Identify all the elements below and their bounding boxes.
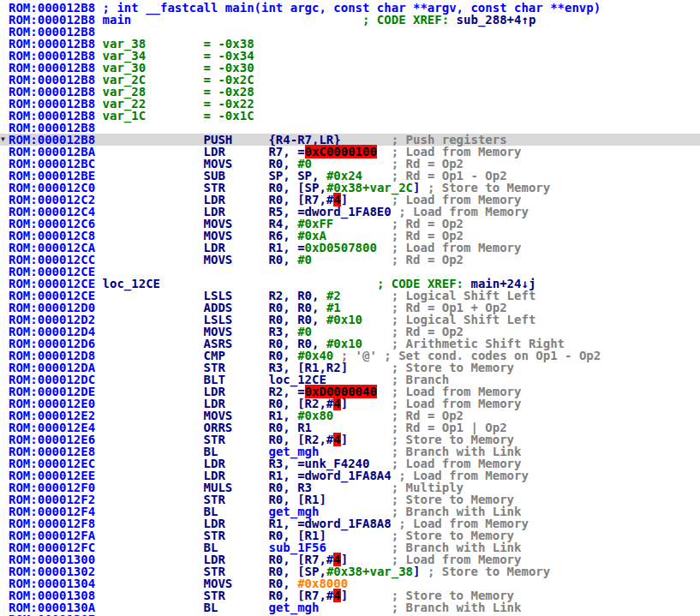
asm-token xyxy=(103,613,204,616)
asm-line[interactable]: ROM:000012DE LDR R2, =0xD0000040 ; Load … xyxy=(9,386,700,398)
asm-line[interactable]: ROM:000012B8 xyxy=(9,26,700,38)
asm-line[interactable]: ROM:000012D0 ADDS R0, R0, #1 ; Rd = Op1 … xyxy=(9,302,700,314)
asm-token: ; Branch with Link xyxy=(319,601,521,614)
asm-token: main xyxy=(103,13,132,27)
asm-line[interactable]: ROM:00001304 MOVS R0, #0x8000 xyxy=(9,577,700,589)
asm-line[interactable]: ROM:000012B8 xyxy=(9,122,700,134)
asm-line[interactable]: ROM:000012FC BL sub_1F56 ; Branch with L… xyxy=(9,541,700,553)
asm-line[interactable]: ROM:00001300 LDR R0, [R7,#4] ; Load from… xyxy=(9,553,700,565)
asm-line[interactable]: ROM:000012D2 LSLS R0, R0, #0x10 ; Logica… xyxy=(9,314,700,326)
asm-token: ROM:0000130E xyxy=(9,613,103,616)
asm-line[interactable]: ROM:000012EE LDR R1, =dword_1FA8A4 ; Loa… xyxy=(9,469,700,481)
asm-line-selected[interactable]: ▼ROM:000012B8 PUSH {R4-R7,LR} ; Push reg… xyxy=(0,134,700,146)
asm-token: ; CODE XREF: xyxy=(131,13,456,27)
asm-line[interactable]: ROM:000012BA LDR R7, =0xC0000100 ; Load … xyxy=(9,146,700,158)
asm-line[interactable]: ROM:000012CE LSLS R2, R0, #2 ; Logical S… xyxy=(9,290,700,302)
asm-line[interactable]: ROM:000012B8 var_34 = -0x34 xyxy=(9,50,700,62)
asm-token: var_1C = -0x1C xyxy=(103,109,254,123)
asm-line[interactable]: ROM:000012B8 ; int __fastcall main(int a… xyxy=(9,2,700,14)
asm-line[interactable]: ROM:000012B8 main ; CODE XREF: sub_288+4… xyxy=(9,14,700,26)
asm-line[interactable]: ROM:000012F2 STR R0, [R1] ; Store to Mem… xyxy=(9,493,700,505)
asm-line[interactable]: ROM:000012D4 MOVS R3, #0 ; Rd = Op2 xyxy=(9,326,700,338)
asm-line[interactable]: ROM:000012C6 MOVS R4, #0xFF ; Rd = Op2 xyxy=(9,218,700,230)
asm-line[interactable]: ROM:00001302 STR R0, [SP,#0x38+var_38] ;… xyxy=(9,565,700,577)
asm-line[interactable]: ROM:000012E6 STR R0, [R2,#4] ; Store to … xyxy=(9,434,700,446)
asm-line[interactable]: ROM:000012CA LDR R1, =0xD0507800 ; Load … xyxy=(9,242,700,254)
asm-token: ; Rd = Op2 xyxy=(312,253,464,266)
asm-token: sub_288+4↑p xyxy=(457,13,536,27)
asm-line[interactable]: ROM:00001308 STR R0, [R7,#4] ; Store to … xyxy=(9,589,700,601)
asm-line[interactable]: ROM:000012CC MOVS R0, #0 ; Rd = Op2 xyxy=(9,254,700,266)
asm-line[interactable]: ROM:000012BC MOVS R0, #0 ; Rd = Op2 xyxy=(9,158,700,170)
collapse-arrow-icon[interactable]: ▼ xyxy=(1,134,5,146)
asm-line[interactable]: ROM:000012B8 var_28 = -0x28 xyxy=(9,86,700,98)
asm-token: ; Store to Memory xyxy=(420,565,550,578)
asm-line[interactable]: ROM:000012C8 MOVS R6, #0xA ; Rd = Op2 xyxy=(9,230,700,242)
asm-line[interactable]: ROM:000012E4 ORRS R0, R1 ; Rd = Op1 | Op… xyxy=(9,422,700,434)
disassembly-listing[interactable]: ROM:000012B8 ; int __fastcall main(int a… xyxy=(0,0,700,616)
asm-line[interactable]: ROM:000012B8 var_22 = -0x22 xyxy=(9,98,700,110)
asm-line[interactable]: ROM:000012F0 MULS R0, R3 ; Multiply xyxy=(9,481,700,493)
asm-line[interactable]: ROM:000012B8 var_1C = -0x1C xyxy=(9,110,700,122)
asm-line[interactable]: ROM:000012F4 BL get_mgh ; Branch with Li… xyxy=(9,505,700,517)
asm-line[interactable]: ROM:000012BE SUB SP, SP, #0x24 ; Rd = Op… xyxy=(9,170,700,182)
asm-line[interactable]: ROM:000012EC LDR R3, =unk_F4240 ; Load f… xyxy=(9,458,700,469)
asm-line[interactable]: ROM:000012E0 LDR R0, [R2,#4] ; Load from… xyxy=(9,398,700,410)
asm-line[interactable]: ROM:000012DC BLT loc_12CE ; Branch xyxy=(9,374,700,386)
asm-line[interactable]: ROM:000012B8 var_30 = -0x30 xyxy=(9,62,700,74)
asm-line[interactable]: ROM:000012B8 var_38 = -0x38 xyxy=(9,38,700,50)
asm-line[interactable]: ROM:000012E2 MOVS R1, #0x80 ; Rd = Op2 xyxy=(9,410,700,422)
asm-line[interactable]: ROM:000012FA STR R0, [R1] ; Store to Mem… xyxy=(9,529,700,541)
asm-token: MOVS R0, xyxy=(103,253,298,266)
asm-line[interactable]: ROM:000012B8 var_2C = -0x2C xyxy=(9,74,700,86)
asm-line[interactable]: ROM:0000130A BL get_mgh ; Branch with Li… xyxy=(9,601,700,613)
asm-line[interactable]: ROM:000012DA STR R3, [R1,R2] ; Store to … xyxy=(9,362,700,374)
asm-line[interactable]: ROM:000012C0 STR R0, [SP,#0x38+var_2C] ;… xyxy=(9,182,700,194)
asm-line[interactable]: ROM:000012CE xyxy=(9,266,700,278)
asm-line[interactable]: ROM:000012D8 CMP R0, #0x40 ; '@' ; Set c… xyxy=(9,350,700,362)
asm-line[interactable]: ROM:000012D6 ASRS R0, R0, #0x10 ; Arithm… xyxy=(9,338,700,350)
asm-token: #0 xyxy=(297,253,312,266)
asm-line[interactable]: ROM:000012CE loc_12CE ; CODE XREF: main+… xyxy=(9,278,700,290)
asm-line[interactable]: ROM:000012E8 BL get_mgh ; Branch with Li… xyxy=(9,446,700,458)
asm-line[interactable]: ROM:000012C2 LDR R0, [R7,#4] ; Load from… xyxy=(9,194,700,206)
asm-token: get_mgh xyxy=(268,601,319,614)
asm-line[interactable]: ROM:000012C4 LDR R5, =dword_1FA8E0 ; Loa… xyxy=(9,206,700,218)
asm-line[interactable]: ROM:000012F8 LDR R1, =dword_1FA8A8 ; Loa… xyxy=(9,517,700,529)
